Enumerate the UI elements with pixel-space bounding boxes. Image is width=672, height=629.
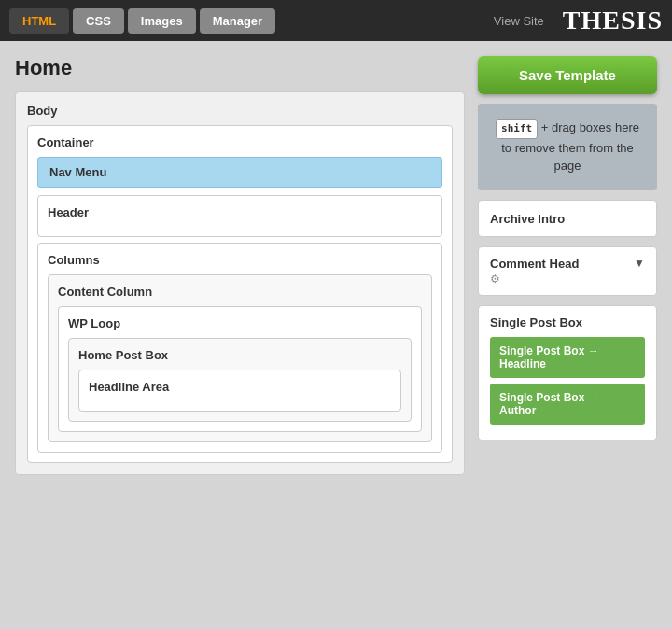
columns-box: Columns Content Column WP Loop Home Post… bbox=[37, 243, 442, 453]
content-column-box: Content Column WP Loop Home Post Box Hea… bbox=[48, 274, 432, 442]
container-label: Container bbox=[37, 135, 442, 149]
save-template-button[interactable]: Save Template bbox=[478, 56, 657, 94]
top-navigation: HTML CSS Images Manager View Site THESIS bbox=[0, 0, 672, 41]
comment-head-arrow-icon[interactable]: ▼ bbox=[634, 257, 645, 270]
nav-tab-images[interactable]: Images bbox=[128, 8, 196, 34]
comment-head-gear-icon[interactable]: ⚙ bbox=[490, 273, 500, 286]
view-site-button[interactable]: View Site bbox=[483, 8, 555, 34]
home-post-box-label: Home Post Box bbox=[78, 348, 401, 362]
left-panel: Home Body Container Nav Menu Header Colu… bbox=[15, 56, 465, 475]
single-post-box-headline-item[interactable]: Single Post Box → Headline bbox=[490, 337, 645, 378]
shift-key-label: shift bbox=[496, 119, 538, 139]
nav-tab-manager[interactable]: Manager bbox=[200, 8, 275, 34]
header-box: Header bbox=[37, 195, 442, 237]
nav-tab-css[interactable]: CSS bbox=[73, 8, 124, 34]
nav-menu-item[interactable]: Nav Menu bbox=[37, 157, 442, 188]
nav-tab-html[interactable]: HTML bbox=[9, 8, 69, 34]
wp-loop-box: WP Loop Home Post Box Headline Area bbox=[58, 306, 422, 432]
body-label: Body bbox=[27, 104, 453, 118]
columns-label: Columns bbox=[48, 253, 432, 267]
single-post-box-title: Single Post Box bbox=[490, 315, 645, 329]
drop-zone: shift + drag boxes here to remove them f… bbox=[478, 104, 657, 190]
thesis-logo: THESIS bbox=[563, 6, 663, 35]
archive-intro-label: Archive Intro bbox=[490, 212, 565, 226]
comment-head-icons: ⚙ bbox=[490, 273, 645, 286]
wp-loop-label: WP Loop bbox=[68, 316, 412, 330]
comment-head-label: Comment Head bbox=[490, 257, 579, 271]
page-title: Home bbox=[15, 56, 465, 80]
comment-head-item[interactable]: Comment Head ▼ ⚙ bbox=[478, 246, 657, 296]
headline-area-label: Headline Area bbox=[89, 380, 391, 394]
content-column-label: Content Column bbox=[58, 285, 422, 299]
body-box: Body Container Nav Menu Header Columns C… bbox=[15, 91, 465, 475]
comment-head-header: Comment Head ▼ bbox=[490, 257, 645, 271]
home-post-box: Home Post Box Headline Area bbox=[68, 338, 412, 422]
single-post-box-author-item[interactable]: Single Post Box → Author bbox=[490, 384, 645, 425]
single-post-box-container: Single Post Box Single Post Box → Headli… bbox=[478, 305, 657, 440]
main-content-area: Home Body Container Nav Menu Header Colu… bbox=[0, 41, 672, 490]
header-label: Header bbox=[48, 205, 432, 219]
headline-area-box: Headline Area bbox=[78, 370, 401, 412]
container-box: Container Nav Menu Header Columns Conten… bbox=[27, 125, 453, 463]
right-panel: Save Template shift + drag boxes here to… bbox=[478, 56, 657, 475]
archive-intro-item[interactable]: Archive Intro bbox=[478, 200, 657, 237]
